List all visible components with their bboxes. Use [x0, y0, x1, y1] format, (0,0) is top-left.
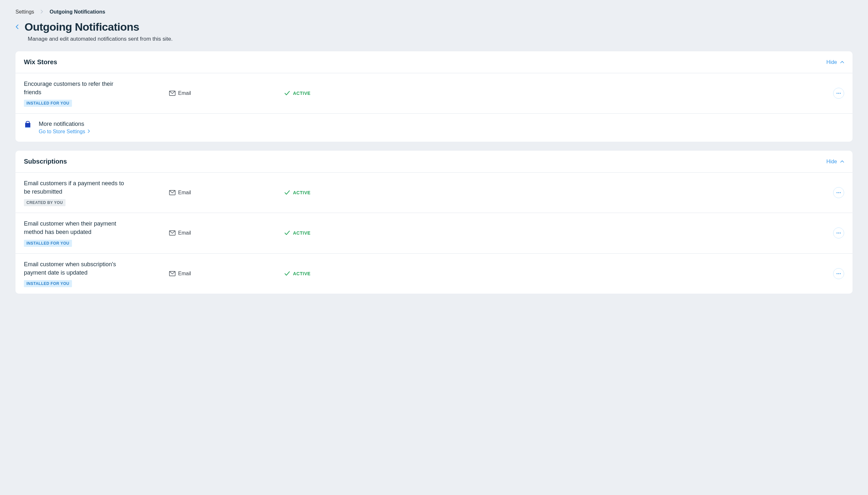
mail-icon — [169, 190, 175, 195]
status-label: ACTIVE — [293, 190, 310, 195]
more-actions-button[interactable] — [833, 268, 844, 279]
check-icon — [284, 190, 290, 195]
hide-label: Hide — [827, 59, 837, 65]
svg-point-1 — [837, 93, 838, 94]
section-wix-stores: Wix Stores Hide Encourage customers to r… — [16, 51, 852, 142]
svg-point-10 — [837, 233, 838, 234]
tag-installed: INSTALLED FOR YOU — [24, 280, 72, 287]
svg-point-2 — [838, 93, 839, 94]
channel-label: Email — [178, 271, 191, 276]
hide-toggle[interactable]: Hide — [827, 59, 844, 65]
svg-point-12 — [840, 233, 841, 234]
store-settings-link[interactable]: Go to Store Settings — [39, 129, 90, 135]
more-notifications-heading: More notifications — [39, 121, 90, 127]
more-actions-button[interactable] — [833, 187, 844, 198]
section-title: Subscriptions — [24, 158, 67, 165]
notification-title: Email customer when subscription's payme… — [24, 260, 127, 277]
mail-icon — [169, 231, 175, 236]
hide-toggle[interactable]: Hide — [827, 159, 844, 165]
breadcrumb-current: Outgoing Notifications — [50, 9, 105, 15]
breadcrumb: Settings Outgoing Notifications — [16, 9, 852, 15]
check-icon — [284, 91, 290, 96]
check-icon — [284, 231, 290, 235]
notification-row[interactable]: Encourage customers to refer their frien… — [16, 73, 852, 113]
svg-point-16 — [840, 273, 841, 274]
status-label: ACTIVE — [293, 91, 310, 96]
section-title: Wix Stores — [24, 58, 57, 66]
check-icon — [284, 271, 290, 276]
svg-point-7 — [838, 192, 839, 193]
tag-created: CREATED BY YOU — [24, 199, 66, 206]
bag-icon — [24, 121, 32, 129]
link-label: Go to Store Settings — [39, 129, 85, 135]
notification-title: Email customer when their payment method… — [24, 219, 127, 236]
section-subscriptions: Subscriptions Hide Email customers if a … — [16, 151, 852, 294]
notification-row[interactable]: Email customer when their payment method… — [16, 213, 852, 253]
tag-installed: INSTALLED FOR YOU — [24, 100, 72, 107]
svg-point-3 — [840, 93, 841, 94]
channel-label: Email — [178, 190, 191, 195]
status-label: ACTIVE — [293, 271, 310, 276]
mail-icon — [169, 271, 175, 276]
more-notifications-row: More notifications Go to Store Settings — [16, 114, 852, 142]
svg-point-11 — [838, 233, 839, 234]
tag-installed: INSTALLED FOR YOU — [24, 240, 72, 247]
page-title: Outgoing Notifications — [24, 21, 139, 33]
chevron-right-icon — [41, 9, 43, 15]
mail-icon — [169, 91, 175, 96]
chevron-up-icon — [840, 60, 844, 65]
notification-title: Encourage customers to refer their frien… — [24, 80, 127, 97]
svg-point-8 — [840, 192, 841, 193]
hide-label: Hide — [827, 159, 837, 165]
chevron-up-icon — [840, 159, 844, 164]
chevron-right-icon — [88, 130, 90, 134]
channel-label: Email — [178, 90, 191, 96]
more-actions-button[interactable] — [833, 227, 844, 238]
breadcrumb-root[interactable]: Settings — [16, 9, 34, 15]
svg-rect-4 — [25, 127, 30, 128]
back-icon[interactable] — [16, 24, 19, 31]
notification-row[interactable]: Email customers if a payment needs to be… — [16, 173, 852, 212]
channel-label: Email — [178, 230, 191, 236]
more-actions-button[interactable] — [833, 88, 844, 99]
svg-point-15 — [838, 273, 839, 274]
notification-title: Email customers if a payment needs to be… — [24, 179, 127, 196]
page-subtitle: Manage and edit automated notifications … — [28, 36, 852, 42]
svg-point-14 — [837, 273, 838, 274]
svg-point-6 — [837, 192, 838, 193]
status-label: ACTIVE — [293, 231, 310, 236]
notification-row[interactable]: Email customer when subscription's payme… — [16, 254, 852, 294]
